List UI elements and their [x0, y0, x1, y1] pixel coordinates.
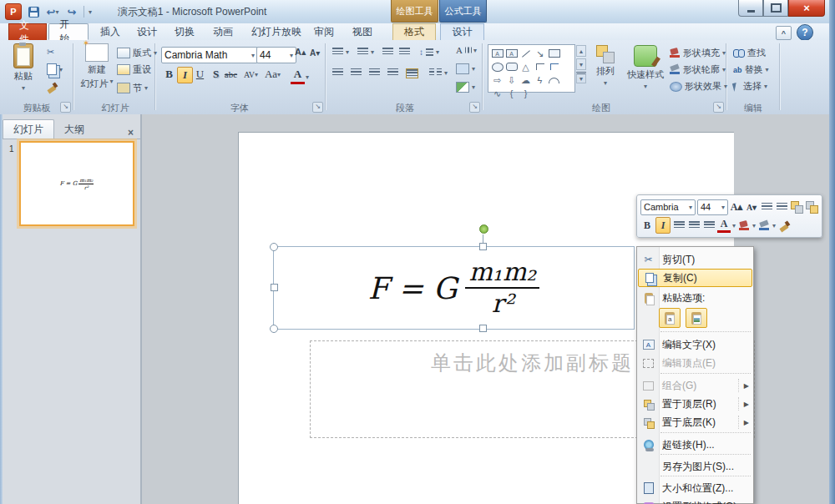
- menu-item-bring-to-front[interactable]: 置于顶层(R) ▶: [638, 395, 752, 413]
- shape-outline-button[interactable]: 形状轮廓▾: [670, 63, 726, 76]
- reset-button[interactable]: 重设: [117, 63, 151, 76]
- shape-arrow-icon[interactable]: ↘: [533, 47, 547, 60]
- shape-right-arrow-icon[interactable]: ⇨: [490, 73, 504, 87]
- underline-button[interactable]: U: [193, 67, 207, 82]
- shape-oval-icon[interactable]: [490, 60, 504, 73]
- shape-rectangle-icon[interactable]: [547, 47, 561, 60]
- bold-button[interactable]: B: [162, 67, 176, 82]
- replace-button[interactable]: ab替换▾: [733, 63, 769, 76]
- tab-animations[interactable]: 动画: [203, 23, 243, 40]
- strikethrough-button[interactable]: abc: [224, 67, 238, 82]
- justify-button[interactable]: [387, 68, 398, 77]
- menu-item-save-as-picture[interactable]: 另存为图片(S)...: [638, 457, 752, 476]
- paste-keep-formatting-button[interactable]: [659, 308, 681, 328]
- new-slide-button[interactable]: 新建 幻灯片▾: [78, 43, 115, 90]
- mini-italic-button[interactable]: I: [655, 217, 671, 234]
- mini-align-left-button[interactable]: [672, 218, 686, 233]
- tab-equation-design[interactable]: 设计: [440, 23, 484, 40]
- mini-align-center-button[interactable]: [687, 218, 701, 233]
- bullets-button[interactable]: ▾: [332, 48, 349, 56]
- shape-cloud-icon[interactable]: ☁: [519, 73, 533, 87]
- text-shadow-button[interactable]: S: [209, 67, 223, 82]
- shape-elbow-connector-icon[interactable]: [533, 60, 547, 73]
- menu-item-format-shape[interactable]: 设置形状格式(O)...: [638, 497, 752, 504]
- line-spacing-button[interactable]: ↕▾: [419, 48, 439, 57]
- mini-bring-forward-button[interactable]: [790, 199, 803, 214]
- panel-close-icon[interactable]: ×: [128, 127, 134, 139]
- help-button[interactable]: ?: [797, 24, 813, 41]
- minimize-button[interactable]: [738, 0, 763, 17]
- handle-bottom-center[interactable]: [479, 325, 487, 332]
- mini-align-right-button[interactable]: [702, 218, 716, 233]
- mini-increase-indent-button[interactable]: [775, 199, 788, 214]
- align-right-button[interactable]: [369, 68, 380, 77]
- mini-shape-fill-button[interactable]: [737, 218, 751, 233]
- shape-elbow-arrow-connector-icon[interactable]: [547, 60, 561, 73]
- shape-left-brace-icon[interactable]: {: [504, 87, 519, 100]
- menu-item-hyperlink[interactable]: 超链接(H)...: [638, 436, 752, 454]
- mini-font-color-dropdown-icon[interactable]: ▾: [732, 222, 736, 229]
- close-button[interactable]: ×: [788, 0, 825, 17]
- find-button[interactable]: 查找: [733, 47, 766, 59]
- section-button[interactable]: 节▾: [117, 82, 148, 94]
- numbering-button[interactable]: ▾: [357, 48, 374, 56]
- shape-right-brace-icon[interactable]: }: [519, 87, 533, 100]
- paste-button[interactable]: 粘贴 ▾: [7, 43, 40, 92]
- font-color-dropdown-icon[interactable]: ▾: [306, 73, 309, 81]
- align-left-button[interactable]: [332, 68, 343, 77]
- shrink-font-button[interactable]: A▾: [310, 48, 320, 58]
- paragraph-dialog-launcher[interactable]: ↘: [469, 102, 480, 113]
- menu-item-edit-text[interactable]: A 编辑文字(X): [638, 335, 752, 354]
- increase-indent-button[interactable]: [399, 48, 410, 56]
- shape-rounded-rectangle-icon[interactable]: [504, 60, 519, 73]
- clipboard-dialog-launcher[interactable]: ↘: [60, 102, 71, 113]
- mini-format-painter-button[interactable]: [777, 218, 791, 233]
- mini-font-color-button[interactable]: A: [717, 218, 731, 233]
- shape-down-arrow-icon[interactable]: ⇩: [504, 73, 519, 87]
- font-dialog-launcher[interactable]: ↘: [312, 102, 323, 113]
- tab-slides-pane[interactable]: 幻灯片: [3, 119, 54, 139]
- handle-bottom-left[interactable]: [270, 325, 278, 333]
- grow-font-button[interactable]: A▴: [295, 47, 306, 58]
- shape-line-icon[interactable]: [519, 47, 533, 60]
- tab-review[interactable]: 审阅: [304, 23, 344, 40]
- menu-item-send-to-back[interactable]: 置于底层(K) ▶: [638, 413, 752, 431]
- maximize-button[interactable]: [763, 0, 788, 17]
- tab-transitions[interactable]: 切换: [164, 23, 205, 40]
- font-family-combo[interactable]: Cambria Math▾: [161, 47, 258, 63]
- mini-shape-fill-dropdown-icon[interactable]: ▾: [752, 222, 756, 229]
- paste-as-picture-button[interactable]: [686, 308, 707, 328]
- italic-button[interactable]: I: [177, 67, 193, 83]
- tab-slideshow[interactable]: 幻灯片放映: [241, 23, 311, 40]
- tab-design[interactable]: 设计: [127, 23, 167, 40]
- shapes-scroll-up-button[interactable]: ▲: [576, 45, 586, 57]
- format-painter-button[interactable]: [47, 82, 58, 93]
- tab-outline-pane[interactable]: 大纲: [54, 120, 94, 139]
- tab-view[interactable]: 视图: [342, 23, 382, 40]
- font-color-button[interactable]: A: [291, 67, 305, 84]
- text-direction-button[interactable]: A▾: [456, 45, 477, 55]
- change-case-button[interactable]: Aa▾: [266, 67, 280, 82]
- font-size-combo[interactable]: 44▾: [256, 47, 296, 63]
- distribute-button[interactable]: [406, 68, 418, 78]
- menu-item-copy[interactable]: 复制(C): [638, 269, 752, 287]
- tab-insert[interactable]: 插入: [90, 23, 130, 40]
- handle-middle-left[interactable]: [271, 284, 278, 291]
- shape-textbox-icon[interactable]: A: [490, 47, 504, 60]
- arrange-button[interactable]: 排列 ▾: [590, 45, 621, 87]
- shape-triangle-icon[interactable]: △: [519, 60, 533, 73]
- shapes-scroll-down-button[interactable]: ▼: [576, 58, 586, 70]
- mini-font-family-combo[interactable]: Cambria▾: [640, 199, 696, 215]
- shape-vertical-textbox-icon[interactable]: A: [504, 47, 519, 60]
- select-button[interactable]: 选择▾: [733, 80, 767, 93]
- mini-shrink-font-button[interactable]: A▾: [745, 199, 758, 214]
- copy-button[interactable]: ▾: [47, 63, 63, 75]
- columns-button[interactable]: ▾: [429, 68, 448, 77]
- mini-font-size-combo[interactable]: 44▾: [697, 199, 728, 215]
- mini-shape-outline-dropdown-icon[interactable]: ▾: [772, 222, 776, 229]
- shape-scribble-icon[interactable]: ϟ: [533, 73, 547, 87]
- collapse-ribbon-button[interactable]: ^: [776, 26, 792, 40]
- shape-fill-button[interactable]: 形状填充▾: [670, 47, 726, 59]
- menu-item-cut[interactable]: ✂ 剪切(T): [638, 250, 752, 269]
- quick-styles-button[interactable]: 快速样式 ▾: [625, 45, 666, 90]
